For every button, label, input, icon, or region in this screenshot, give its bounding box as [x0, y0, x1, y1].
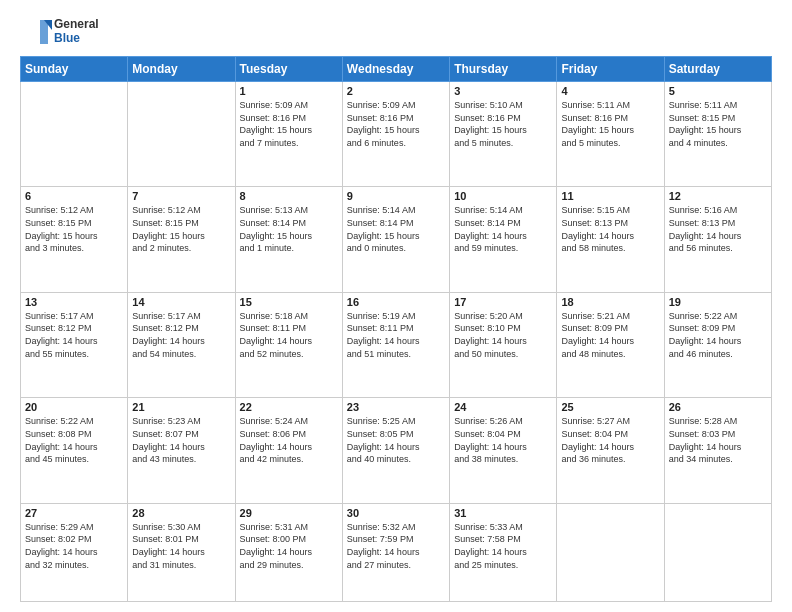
day-info: Sunrise: 5:23 AM Sunset: 8:07 PM Dayligh… — [132, 415, 230, 465]
calendar-cell: 18Sunrise: 5:21 AM Sunset: 8:09 PM Dayli… — [557, 292, 664, 397]
calendar-cell: 20Sunrise: 5:22 AM Sunset: 8:08 PM Dayli… — [21, 398, 128, 503]
day-number: 26 — [669, 401, 767, 413]
logo-general: General — [54, 18, 99, 32]
header: General Blue — [20, 16, 772, 48]
calendar-cell: 5Sunrise: 5:11 AM Sunset: 8:15 PM Daylig… — [664, 82, 771, 187]
calendar-cell: 13Sunrise: 5:17 AM Sunset: 8:12 PM Dayli… — [21, 292, 128, 397]
day-info: Sunrise: 5:21 AM Sunset: 8:09 PM Dayligh… — [561, 310, 659, 360]
weekday-header-tuesday: Tuesday — [235, 57, 342, 82]
day-number: 10 — [454, 190, 552, 202]
logo-blue: Blue — [54, 32, 99, 46]
day-info: Sunrise: 5:29 AM Sunset: 8:02 PM Dayligh… — [25, 521, 123, 571]
weekday-header-friday: Friday — [557, 57, 664, 82]
day-info: Sunrise: 5:09 AM Sunset: 8:16 PM Dayligh… — [347, 99, 445, 149]
weekday-header-thursday: Thursday — [450, 57, 557, 82]
weekday-header-saturday: Saturday — [664, 57, 771, 82]
logo-svg — [20, 16, 52, 48]
day-info: Sunrise: 5:15 AM Sunset: 8:13 PM Dayligh… — [561, 204, 659, 254]
day-number: 8 — [240, 190, 338, 202]
day-info: Sunrise: 5:26 AM Sunset: 8:04 PM Dayligh… — [454, 415, 552, 465]
day-number: 13 — [25, 296, 123, 308]
day-number: 25 — [561, 401, 659, 413]
calendar-cell: 1Sunrise: 5:09 AM Sunset: 8:16 PM Daylig… — [235, 82, 342, 187]
day-info: Sunrise: 5:12 AM Sunset: 8:15 PM Dayligh… — [25, 204, 123, 254]
day-number: 16 — [347, 296, 445, 308]
calendar-cell: 24Sunrise: 5:26 AM Sunset: 8:04 PM Dayli… — [450, 398, 557, 503]
day-info: Sunrise: 5:30 AM Sunset: 8:01 PM Dayligh… — [132, 521, 230, 571]
day-number: 20 — [25, 401, 123, 413]
calendar-cell: 12Sunrise: 5:16 AM Sunset: 8:13 PM Dayli… — [664, 187, 771, 292]
day-number: 7 — [132, 190, 230, 202]
day-number: 6 — [25, 190, 123, 202]
calendar-cell: 30Sunrise: 5:32 AM Sunset: 7:59 PM Dayli… — [342, 503, 449, 601]
week-row-5: 27Sunrise: 5:29 AM Sunset: 8:02 PM Dayli… — [21, 503, 772, 601]
calendar-cell: 23Sunrise: 5:25 AM Sunset: 8:05 PM Dayli… — [342, 398, 449, 503]
day-number: 2 — [347, 85, 445, 97]
day-info: Sunrise: 5:17 AM Sunset: 8:12 PM Dayligh… — [25, 310, 123, 360]
calendar-cell: 14Sunrise: 5:17 AM Sunset: 8:12 PM Dayli… — [128, 292, 235, 397]
weekday-header-monday: Monday — [128, 57, 235, 82]
day-info: Sunrise: 5:31 AM Sunset: 8:00 PM Dayligh… — [240, 521, 338, 571]
day-info: Sunrise: 5:20 AM Sunset: 8:10 PM Dayligh… — [454, 310, 552, 360]
day-info: Sunrise: 5:19 AM Sunset: 8:11 PM Dayligh… — [347, 310, 445, 360]
day-number: 1 — [240, 85, 338, 97]
calendar-cell: 17Sunrise: 5:20 AM Sunset: 8:10 PM Dayli… — [450, 292, 557, 397]
day-info: Sunrise: 5:16 AM Sunset: 8:13 PM Dayligh… — [669, 204, 767, 254]
day-number: 15 — [240, 296, 338, 308]
day-info: Sunrise: 5:18 AM Sunset: 8:11 PM Dayligh… — [240, 310, 338, 360]
calendar-cell: 22Sunrise: 5:24 AM Sunset: 8:06 PM Dayli… — [235, 398, 342, 503]
day-number: 29 — [240, 507, 338, 519]
logo: General Blue — [20, 16, 99, 48]
calendar-cell: 6Sunrise: 5:12 AM Sunset: 8:15 PM Daylig… — [21, 187, 128, 292]
calendar-cell: 7Sunrise: 5:12 AM Sunset: 8:15 PM Daylig… — [128, 187, 235, 292]
logo-text: General Blue — [54, 18, 99, 46]
day-number: 31 — [454, 507, 552, 519]
day-number: 4 — [561, 85, 659, 97]
day-info: Sunrise: 5:22 AM Sunset: 8:08 PM Dayligh… — [25, 415, 123, 465]
calendar-cell — [557, 503, 664, 601]
week-row-3: 13Sunrise: 5:17 AM Sunset: 8:12 PM Dayli… — [21, 292, 772, 397]
day-number: 21 — [132, 401, 230, 413]
day-info: Sunrise: 5:32 AM Sunset: 7:59 PM Dayligh… — [347, 521, 445, 571]
week-row-2: 6Sunrise: 5:12 AM Sunset: 8:15 PM Daylig… — [21, 187, 772, 292]
day-number: 3 — [454, 85, 552, 97]
day-info: Sunrise: 5:27 AM Sunset: 8:04 PM Dayligh… — [561, 415, 659, 465]
calendar-cell: 11Sunrise: 5:15 AM Sunset: 8:13 PM Dayli… — [557, 187, 664, 292]
day-number: 9 — [347, 190, 445, 202]
page: General Blue SundayMondayTuesdayWednesda… — [0, 0, 792, 612]
calendar-cell: 16Sunrise: 5:19 AM Sunset: 8:11 PM Dayli… — [342, 292, 449, 397]
day-number: 27 — [25, 507, 123, 519]
calendar-cell: 26Sunrise: 5:28 AM Sunset: 8:03 PM Dayli… — [664, 398, 771, 503]
day-number: 11 — [561, 190, 659, 202]
day-number: 19 — [669, 296, 767, 308]
calendar-cell: 21Sunrise: 5:23 AM Sunset: 8:07 PM Dayli… — [128, 398, 235, 503]
day-info: Sunrise: 5:10 AM Sunset: 8:16 PM Dayligh… — [454, 99, 552, 149]
day-number: 22 — [240, 401, 338, 413]
day-number: 17 — [454, 296, 552, 308]
day-number: 18 — [561, 296, 659, 308]
weekday-header-row: SundayMondayTuesdayWednesdayThursdayFrid… — [21, 57, 772, 82]
calendar-cell — [128, 82, 235, 187]
weekday-header-sunday: Sunday — [21, 57, 128, 82]
calendar-cell: 8Sunrise: 5:13 AM Sunset: 8:14 PM Daylig… — [235, 187, 342, 292]
calendar-cell: 27Sunrise: 5:29 AM Sunset: 8:02 PM Dayli… — [21, 503, 128, 601]
day-number: 23 — [347, 401, 445, 413]
day-info: Sunrise: 5:13 AM Sunset: 8:14 PM Dayligh… — [240, 204, 338, 254]
week-row-1: 1Sunrise: 5:09 AM Sunset: 8:16 PM Daylig… — [21, 82, 772, 187]
week-row-4: 20Sunrise: 5:22 AM Sunset: 8:08 PM Dayli… — [21, 398, 772, 503]
day-number: 12 — [669, 190, 767, 202]
day-info: Sunrise: 5:22 AM Sunset: 8:09 PM Dayligh… — [669, 310, 767, 360]
calendar-cell: 9Sunrise: 5:14 AM Sunset: 8:14 PM Daylig… — [342, 187, 449, 292]
day-number: 30 — [347, 507, 445, 519]
day-info: Sunrise: 5:11 AM Sunset: 8:16 PM Dayligh… — [561, 99, 659, 149]
calendar-cell: 3Sunrise: 5:10 AM Sunset: 8:16 PM Daylig… — [450, 82, 557, 187]
day-info: Sunrise: 5:24 AM Sunset: 8:06 PM Dayligh… — [240, 415, 338, 465]
day-info: Sunrise: 5:25 AM Sunset: 8:05 PM Dayligh… — [347, 415, 445, 465]
day-number: 5 — [669, 85, 767, 97]
calendar-cell: 29Sunrise: 5:31 AM Sunset: 8:00 PM Dayli… — [235, 503, 342, 601]
calendar-cell: 15Sunrise: 5:18 AM Sunset: 8:11 PM Dayli… — [235, 292, 342, 397]
calendar-cell — [664, 503, 771, 601]
day-info: Sunrise: 5:09 AM Sunset: 8:16 PM Dayligh… — [240, 99, 338, 149]
day-info: Sunrise: 5:14 AM Sunset: 8:14 PM Dayligh… — [454, 204, 552, 254]
day-info: Sunrise: 5:17 AM Sunset: 8:12 PM Dayligh… — [132, 310, 230, 360]
